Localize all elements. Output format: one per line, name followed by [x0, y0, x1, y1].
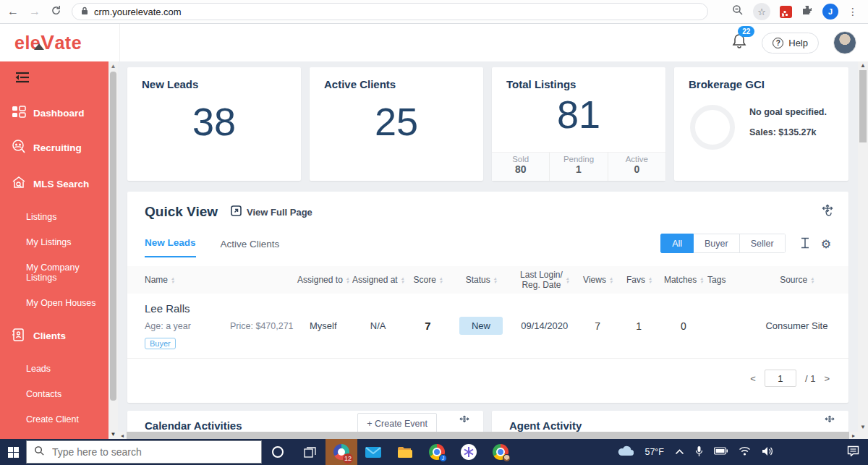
start-button[interactable] — [0, 447, 26, 458]
horizontal-scrollbar-thumb[interactable] — [127, 432, 849, 439]
quick-view-title: Quick View — [145, 204, 218, 220]
table-header: Name▴▾ Assigned to▴▾ Assigned at▴▾ Score… — [127, 266, 848, 294]
sidebar-item-clients[interactable]: Clients — [0, 328, 109, 344]
cortana-button[interactable] — [262, 439, 294, 465]
sort-icon[interactable]: ▴▾ — [401, 276, 404, 283]
sidebar-scroll-up-icon[interactable]: ▲ — [109, 63, 118, 69]
sidebar-scrollbar[interactable]: ▲ ▼ — [109, 61, 118, 439]
battery-icon[interactable] — [714, 447, 728, 457]
view-full-page-link[interactable]: View Full Page — [231, 205, 312, 218]
sidebar-item-leads[interactable]: Leads — [0, 364, 109, 374]
row-height-icon[interactable] — [800, 237, 810, 252]
lead-name[interactable]: Lee Ralls — [145, 302, 296, 315]
sidebar-collapse-icon[interactable] — [14, 72, 109, 86]
scroll-left-icon[interactable]: ◂ — [118, 432, 127, 439]
pinned-extension-icon[interactable]: 1 — [780, 6, 792, 18]
sidebar-item-listings[interactable]: Listings — [0, 212, 109, 222]
file-explorer-button[interactable] — [389, 439, 421, 465]
address-bar[interactable]: crm.yourelevate.com — [72, 3, 708, 20]
table-row[interactable]: Lee Ralls Age: a yearPrice: $470,271 Buy… — [127, 294, 848, 359]
sidebar-item-contacts[interactable]: Contacts — [0, 389, 109, 399]
logo-triangle — [34, 43, 44, 50]
matches-cell: 0 — [660, 320, 707, 332]
page-total: / 1 — [805, 373, 815, 384]
sidebar-item-my-open-houses[interactable]: My Open Houses — [0, 298, 109, 308]
browser-menu-icon[interactable]: ⋮ — [848, 6, 858, 17]
vertical-scrollbar-thumb[interactable] — [859, 70, 867, 142]
scroll-down-icon[interactable]: ▼ — [858, 424, 868, 430]
purple-app-button[interactable] — [453, 439, 485, 465]
sort-icon[interactable]: ▴▾ — [566, 276, 569, 283]
drag-move-icon[interactable] — [459, 415, 470, 430]
sort-icon[interactable]: ▴▾ — [494, 276, 497, 283]
horizontal-scrollbar[interactable]: ◂ ▸ — [118, 432, 858, 439]
tray-chevron-icon[interactable] — [675, 447, 684, 457]
tab-new-leads[interactable]: New Leads — [145, 237, 196, 257]
microphone-icon[interactable] — [695, 445, 703, 459]
sort-icon[interactable]: ▴▾ — [649, 276, 652, 283]
filter-all-button[interactable]: All — [660, 234, 694, 253]
elevate-logo[interactable]: eleVate — [0, 24, 120, 61]
mail-app-button[interactable] — [357, 439, 389, 465]
refresh-icon[interactable] — [51, 5, 61, 19]
prev-page-icon[interactable]: < — [750, 373, 756, 384]
sidebar-scroll-down-icon[interactable]: ▼ — [109, 431, 118, 438]
scroll-up-icon[interactable]: ▲ — [858, 62, 868, 69]
sort-icon[interactable]: ▴▾ — [700, 276, 703, 283]
bookmark-star-icon[interactable]: ☆ — [753, 3, 770, 20]
drag-move-icon[interactable] — [824, 415, 835, 430]
crm-app-button[interactable]: 12 — [326, 439, 357, 465]
action-center-icon[interactable] — [847, 445, 859, 458]
sort-icon[interactable]: ▴▾ — [346, 276, 349, 283]
stat-card-new-leads: New Leads 38 — [127, 67, 301, 181]
sort-icon[interactable]: ▴▾ — [610, 276, 613, 283]
volume-icon[interactable] — [762, 446, 773, 458]
sidebar-scrollbar-thumb[interactable] — [110, 72, 116, 401]
source-cell: Consumer Site — [762, 320, 831, 331]
next-page-icon[interactable]: > — [824, 373, 830, 384]
extensions-puzzle-icon[interactable] — [801, 4, 813, 19]
filter-buyer-button[interactable]: Buyer — [694, 234, 740, 253]
sort-icon[interactable]: ▴▾ — [811, 276, 814, 283]
sidebar-item-my-listings[interactable]: My Listings — [0, 237, 109, 247]
tab-active-clients[interactable]: Active Clients — [221, 239, 280, 257]
notifications-bell-icon[interactable]: 22 — [731, 33, 747, 53]
question-icon: ? — [773, 38, 783, 48]
taskbar-search-input[interactable] — [52, 446, 254, 458]
table-settings-gear-icon[interactable]: ⚙ — [821, 239, 831, 250]
task-view-button[interactable] — [294, 439, 326, 465]
card-value: 25 — [310, 99, 483, 144]
drag-move-icon[interactable] — [821, 204, 834, 220]
sidebar-item-dashboard[interactable]: Dashboard — [0, 106, 109, 120]
chrome-profile2-button[interactable] — [485, 439, 516, 465]
create-event-button[interactable]: + Create Event — [357, 413, 437, 432]
filter-seller-button[interactable]: Seller — [740, 234, 786, 253]
help-button[interactable]: ? Help — [762, 33, 819, 54]
sidebar-item-mls-search[interactable]: MLS Search — [0, 176, 109, 192]
sort-icon[interactable]: ▴▾ — [171, 276, 174, 283]
lead-age: Age: a year — [145, 321, 230, 331]
vertical-scrollbar[interactable]: ▲ ▼ — [858, 61, 868, 439]
pagination: < / 1 > — [127, 359, 848, 387]
page-input[interactable] — [765, 370, 796, 387]
user-avatar[interactable] — [833, 31, 856, 54]
sidebar-item-my-company-listings[interactable]: My Company Listings — [0, 263, 109, 283]
forward-icon[interactable]: → — [29, 6, 41, 17]
back-icon[interactable]: ← — [7, 6, 19, 17]
taskbar-search-box[interactable] — [26, 440, 262, 464]
zoom-out-icon[interactable] — [732, 4, 744, 19]
browser-profile-avatar[interactable]: J — [822, 4, 838, 20]
card-value: 38 — [127, 99, 301, 144]
weather-cloud-icon[interactable] — [618, 445, 634, 458]
sort-icon[interactable]: ▴▾ — [440, 276, 443, 283]
chrome-profile1-button[interactable]: J — [421, 439, 453, 465]
listings-breakdown: Sold 80 Pending 1 Active 0 — [492, 152, 665, 181]
sidebar-item-create-client[interactable]: Create Client — [0, 414, 109, 425]
scroll-right-icon[interactable]: ▸ — [849, 432, 858, 439]
temperature-text[interactable]: 57°F — [644, 447, 664, 457]
sidebar: Dashboard Recruiting MLS Search Listings… — [0, 61, 109, 439]
wifi-icon[interactable] — [739, 446, 751, 458]
sidebar-item-recruiting[interactable]: Recruiting — [0, 140, 109, 156]
external-link-icon — [231, 205, 242, 218]
card-title: Active Clients — [310, 67, 483, 90]
